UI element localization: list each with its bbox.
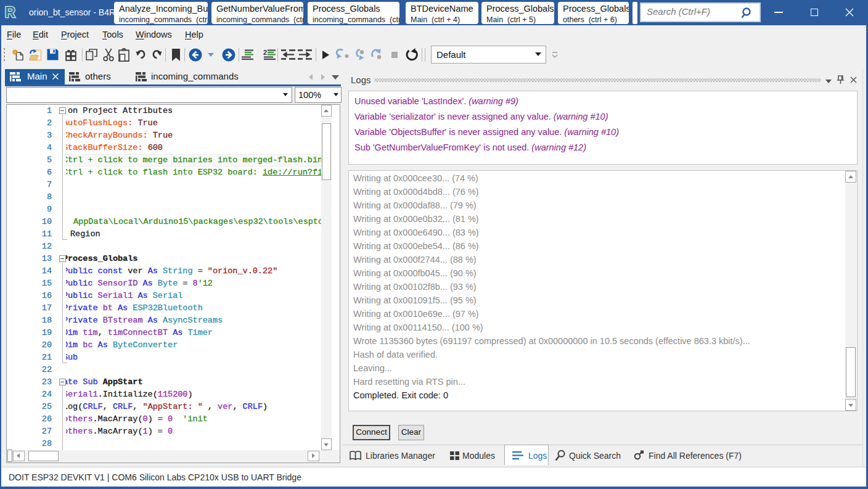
svg-text:R: R	[5, 4, 15, 20]
svg-text:2: 2	[263, 49, 267, 56]
